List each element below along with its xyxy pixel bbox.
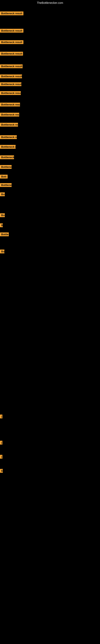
- bottleneck-result-label: Bottleneck res: [0, 123, 18, 126]
- bottleneck-result-label: Bo: [0, 213, 5, 217]
- bottleneck-result-label: Bottleneck result: [0, 82, 21, 86]
- bottleneck-result-label: E: [0, 469, 3, 473]
- bottleneck-result-label: B: [0, 224, 3, 227]
- bottleneck-result-label: Bottleneck result: [0, 103, 20, 106]
- bottleneck-result-label: |: [0, 441, 2, 444]
- bottleneck-result-label: Bo: [0, 192, 5, 196]
- bottleneck-result-label: Bottleneck result: [0, 91, 21, 95]
- bottleneck-result-label: Bottleneck result: [0, 64, 23, 68]
- bottleneck-result-label: Bottleneck result: [0, 74, 22, 78]
- bottleneck-result-label: Bottleneck result: [0, 12, 23, 15]
- bottleneck-result-label: Bottleneck re: [0, 155, 14, 159]
- bottleneck-result-label: Bottleneck res: [0, 145, 16, 149]
- bottleneck-result-label: Bottleneck res: [0, 135, 17, 139]
- bottleneck-result-label: Bott: [0, 175, 8, 178]
- bottleneck-result-label: Bottle: [0, 232, 9, 236]
- site-title: TheBottlenecker.com: [0, 0, 100, 6]
- bottleneck-result-label: Bottleneck result: [0, 52, 23, 56]
- bottleneck-result-label: Bottleneck result: [0, 29, 23, 32]
- bottleneck-result-label: Bottleneck result: [0, 113, 19, 116]
- bottleneck-result-label: |: [0, 414, 2, 418]
- bottleneck-result-label: Bo: [0, 250, 4, 253]
- bottleneck-result-label: Bottleneck result: [0, 40, 23, 44]
- bottleneck-result-label: Bottlenec: [0, 183, 12, 187]
- bottleneck-result-label: |: [0, 455, 2, 459]
- bottleneck-result-label: Bottlenec: [0, 165, 12, 169]
